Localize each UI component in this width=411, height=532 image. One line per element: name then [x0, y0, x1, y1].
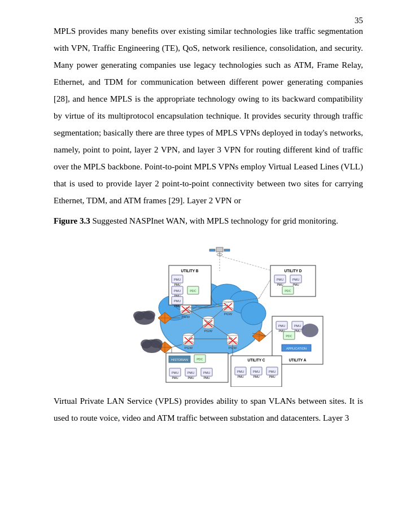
svg-text:PMU: PMU [278, 324, 285, 328]
svg-point-128 [141, 339, 152, 348]
svg-text:PDC: PDC [196, 357, 203, 361]
svg-point-129 [150, 339, 163, 348]
svg-rect-38 [209, 249, 215, 251]
svg-text:PMU: PMU [203, 371, 210, 374]
svg-text:HISTORIAN: HISTORIAN [171, 358, 188, 361]
svg-text:PGW: PGW [224, 312, 233, 316]
svg-text:PMU: PMU [294, 324, 301, 328]
svg-text:PMU: PMU [292, 283, 299, 286]
svg-text:PMU: PMU [294, 329, 301, 333]
svg-text:PDC: PDC [285, 289, 291, 293]
svg-text:PMU: PMU [203, 376, 210, 380]
svg-text:PMU: PMU [292, 278, 299, 281]
svg-text:PDC: PDC [190, 289, 196, 293]
bottom-paragraph-1: Virtual Private LAN Service (VPLS) provi… [54, 393, 363, 426]
svg-text:PMU: PMU [172, 376, 178, 380]
svg-line-134 [259, 280, 270, 298]
svg-text:PGW: PGW [204, 329, 213, 333]
svg-text:UTILITY D: UTILITY D [285, 269, 302, 273]
svg-text:PDC: PDC [286, 334, 292, 338]
svg-point-27 [183, 341, 194, 346]
svg-text:PMU: PMU [174, 283, 181, 286]
svg-text:PMU: PMU [253, 375, 260, 378]
svg-text:PMU: PMU [269, 370, 276, 373]
svg-text:UTILITY A: UTILITY A [289, 358, 307, 362]
svg-point-6 [241, 302, 266, 325]
svg-text:PMU: PMU [269, 375, 276, 378]
svg-text:PMU: PMU [187, 376, 194, 380]
svg-text:PGW: PGW [182, 315, 190, 319]
svg-text:PMU: PMU [174, 278, 181, 281]
svg-text:PMU: PMU [277, 283, 283, 286]
svg-text:PMU: PMU [174, 289, 181, 293]
svg-text:PMU: PMU [253, 370, 260, 373]
svg-text:PMU: PMU [172, 371, 178, 374]
figure-container: PGW PGW PGW [54, 234, 363, 387]
svg-text:UTILITY C: UTILITY C [248, 358, 265, 362]
svg-point-15 [222, 307, 234, 312]
svg-text:PMU: PMU [187, 371, 194, 374]
svg-text:PMU: PMU [174, 299, 181, 303]
figure-caption-rest: Suggested NASPInet WAN, with MPLS techno… [90, 216, 338, 225]
svg-rect-37 [216, 247, 223, 252]
svg-text:PMU: PMU [174, 304, 181, 308]
main-paragraph: MPLS provides many benefits over existin… [54, 23, 363, 209]
network-diagram: PGW PGW PGW [87, 234, 330, 387]
figure-caption-bold: Figure 3.3 [54, 216, 90, 225]
page: 35 MPLS provides many benefits over exis… [0, 0, 411, 532]
svg-point-131 [133, 311, 145, 320]
page-number: 35 [355, 16, 363, 25]
svg-text:PMU: PMU [237, 375, 244, 378]
svg-text:PMU: PMU [237, 370, 244, 373]
figure-caption: Figure 3.3 Suggested NASPInet WAN, with … [54, 213, 363, 229]
svg-text:APPLICATION: APPLICATION [286, 347, 307, 350]
svg-line-43 [220, 256, 273, 271]
svg-point-101 [304, 326, 316, 335]
svg-rect-39 [224, 249, 230, 251]
svg-point-132 [143, 311, 155, 320]
svg-point-9 [180, 310, 191, 315]
svg-text:PMU: PMU [277, 278, 283, 281]
svg-text:UTILITY B: UTILITY B [181, 269, 199, 273]
svg-line-136 [266, 330, 272, 336]
svg-text:PGW: PGW [185, 346, 193, 350]
